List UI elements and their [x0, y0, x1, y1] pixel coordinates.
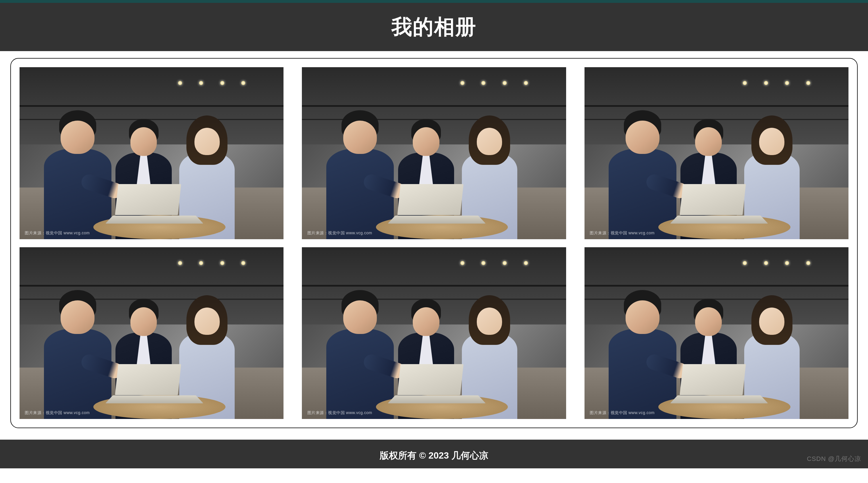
photo-placeholder-scene — [20, 247, 283, 419]
page-footer: 版权所有 © 2023 几何心凉 CSDN @几何心凉 — [0, 443, 868, 469]
image-source-watermark: 图片来源：视觉中国 www.vcg.com — [25, 410, 90, 416]
photo-item[interactable]: 图片来源：视觉中国 www.vcg.com — [20, 67, 283, 239]
top-accent-bar — [0, 0, 868, 3]
image-source-watermark: 图片来源：视觉中国 www.vcg.com — [590, 231, 655, 236]
photo-placeholder-scene — [20, 67, 283, 239]
photo-item[interactable]: 图片来源：视觉中国 www.vcg.com — [585, 67, 848, 239]
photo-item[interactable]: 图片来源：视觉中国 www.vcg.com — [20, 247, 283, 419]
image-source-watermark: 图片来源：视觉中国 www.vcg.com — [307, 410, 372, 416]
photo-gallery: 图片来源：视觉中国 www.vcg.com — [10, 58, 858, 428]
photo-placeholder-scene — [585, 67, 848, 239]
image-source-watermark: 图片来源：视觉中国 www.vcg.com — [307, 231, 372, 236]
footer-divider — [0, 440, 868, 443]
copyright-text: 版权所有 © 2023 几何心凉 — [380, 450, 488, 461]
image-source-watermark: 图片来源：视觉中国 www.vcg.com — [25, 231, 90, 236]
photo-item[interactable]: 图片来源：视觉中国 www.vcg.com — [302, 67, 566, 239]
image-source-watermark: 图片来源：视觉中国 www.vcg.com — [590, 410, 655, 416]
page-header: 我的相册 — [0, 3, 868, 51]
photo-placeholder-scene — [302, 247, 566, 419]
csdn-watermark: CSDN @几何心凉 — [807, 455, 861, 463]
gallery-wrapper: 图片来源：视觉中国 www.vcg.com — [0, 51, 868, 428]
page-title: 我的相册 — [0, 13, 868, 41]
photo-item[interactable]: 图片来源：视觉中国 www.vcg.com — [585, 247, 848, 419]
photo-item[interactable]: 图片来源：视觉中国 www.vcg.com — [302, 247, 566, 419]
photo-placeholder-scene — [585, 247, 848, 419]
photo-placeholder-scene — [302, 67, 566, 239]
footer-gap — [0, 428, 868, 440]
